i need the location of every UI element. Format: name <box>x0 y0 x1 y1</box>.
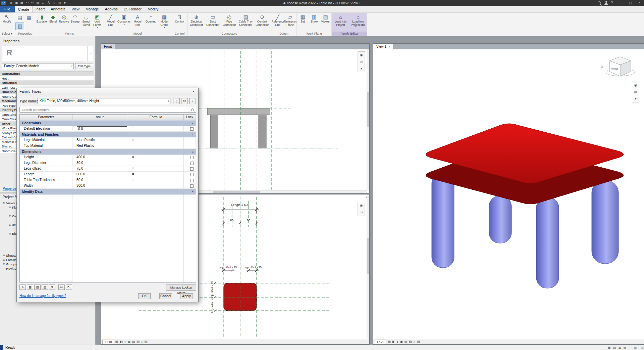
parameter-value[interactable]: 600.0 <box>76 172 128 177</box>
property-row[interactable]: Host <box>0 76 94 81</box>
viewer-button[interactable]: ▧ Viewer <box>320 14 331 24</box>
pan-icon[interactable]: ▭ <box>632 89 639 95</box>
parameter-value[interactable]: 500.0 <box>76 183 128 188</box>
reference-plane-button[interactable]: ▱ Reference Plane <box>284 14 297 27</box>
view-control-icon[interactable]: ◐ <box>396 340 398 344</box>
extrusion-button[interactable]: ▮ Extrusion <box>37 14 48 24</box>
cancel-button[interactable]: Cancel <box>159 293 172 299</box>
resize-grip[interactable]: ◢ <box>641 346 643 349</box>
maximize-button[interactable]: ▢ <box>626 0 635 6</box>
panel-label-datum[interactable]: Datum <box>271 32 297 36</box>
view-cube-front-face[interactable]: FRONT <box>611 68 618 70</box>
view-control-icon[interactable]: ◧ <box>120 340 123 344</box>
parameter-formula[interactable] <box>128 189 184 194</box>
delete-type-button[interactable]: × <box>189 98 196 104</box>
delete-parameter-button[interactable]: ▥ <box>42 285 48 290</box>
parameter-formula[interactable]: = <box>128 155 184 160</box>
lock-checkbox[interactable] <box>190 127 194 131</box>
apply-button[interactable]: Apply <box>180 293 193 299</box>
parameter-row[interactable]: Identity Data ▼ <box>20 189 196 194</box>
panel-label-connectors[interactable]: Connectors <box>187 32 271 36</box>
sort-descending-button[interactable]: Z↓ <box>66 285 72 290</box>
view-scale[interactable]: 1 : 10 <box>102 340 114 344</box>
view-control-icon[interactable]: ◉ <box>127 340 130 344</box>
steering-wheel-icon[interactable]: ◉ <box>358 202 365 209</box>
duplicate-parameter-button[interactable]: ▤ <box>34 285 41 290</box>
status-icon[interactable]: ▦ <box>607 346 610 349</box>
parameter-formula[interactable]: = <box>128 143 184 149</box>
view-control-icon[interactable]: ▭ <box>132 340 135 344</box>
opening-button[interactable]: ∩ Opening <box>144 14 158 24</box>
lock-checkbox[interactable] <box>190 179 194 182</box>
edit-parameter-button[interactable]: ✎ <box>19 285 26 290</box>
redo-icon[interactable]: ↷ <box>30 0 35 6</box>
parameter-row[interactable]: Constraints ▲ <box>20 120 196 126</box>
view-scale[interactable]: 1 : 20 <box>375 340 386 344</box>
print-icon[interactable]: ▤ <box>35 0 41 6</box>
view-control-icon[interactable]: ▨ <box>417 340 420 344</box>
pan-icon[interactable]: ▭ <box>358 58 365 65</box>
electrical-connector-button[interactable]: ⊕ Electrical Connector <box>188 14 205 27</box>
table-leg-elevation[interactable] <box>210 115 218 148</box>
reference-line-button[interactable]: ╱ Reference Line <box>272 14 284 27</box>
parameter-row[interactable]: Width 500.0 = <box>20 183 196 189</box>
view-control-icon[interactable]: ▧ <box>137 340 140 344</box>
customize-qat-icon[interactable]: ▾ <box>62 0 67 6</box>
new-parameter-button[interactable]: ▦ <box>27 285 33 290</box>
tree-expand-icon[interactable]: ⊟ <box>2 202 6 205</box>
tab-d5-render[interactable]: D5 Render <box>121 6 145 12</box>
parameter-formula[interactable]: = <box>128 183 184 189</box>
family-types-button[interactable]: ▥ <box>15 23 24 30</box>
tab-view[interactable]: View <box>68 6 83 12</box>
view-control-icon[interactable]: ▨ <box>144 340 147 344</box>
navbar-expand-icon[interactable]: ▾ <box>358 65 365 72</box>
tree-expand-icon[interactable]: ⊟ <box>8 223 12 226</box>
manage-lookup-tables-button[interactable]: Manage Lookup Tables <box>166 285 196 291</box>
model-text-button[interactable]: A Model Text <box>131 14 144 27</box>
tree-expand-icon[interactable]: ⊟ <box>8 215 12 218</box>
text-icon[interactable]: A <box>46 0 51 6</box>
view-cube[interactable]: ⌂ FRONT <box>601 57 635 76</box>
table-leg-elevation[interactable] <box>259 115 266 148</box>
model-line-button[interactable]: ╱ Model Line <box>104 14 117 27</box>
view-control-icon[interactable]: ▤ <box>115 340 118 344</box>
parameter-row[interactable]: Legs Diameter 80.0 = <box>20 160 196 166</box>
type-name-dropdown[interactable]: Kids Table, 600x500mm, 400mm Height ▾ <box>38 98 170 104</box>
vertical-scrollbar[interactable] <box>367 49 369 190</box>
lock-checkbox[interactable] <box>190 184 194 188</box>
status-icon[interactable]: ⊞ <box>618 346 621 349</box>
parameter-search-box[interactable] <box>19 107 196 113</box>
undo-icon[interactable]: ↶ <box>24 0 30 6</box>
view-control-icon[interactable]: ▧ <box>409 340 412 344</box>
user-account-icon[interactable] <box>604 1 608 5</box>
lock-checkbox[interactable] <box>190 167 194 171</box>
status-icon[interactable]: ▨ <box>634 346 637 349</box>
load-into-project-button[interactable]: ⌂ Load into Project <box>332 14 350 27</box>
default-3d-view-icon[interactable]: ⌂ <box>51 0 57 6</box>
search-input[interactable] <box>20 107 196 112</box>
sort-ascending-button[interactable]: A↓ <box>58 285 65 290</box>
section-chevron-icon[interactable]: ▲ <box>192 132 194 137</box>
home-icon[interactable]: ⌂ <box>601 64 603 68</box>
view-tab-view1[interactable]: View 1 × <box>373 44 393 49</box>
view-control-icon[interactable]: ⌂ <box>413 340 415 344</box>
blend-button[interactable]: ◆ Blend <box>48 14 59 24</box>
parameter-value[interactable]: 400.0 <box>76 155 128 160</box>
duct-connector-button[interactable]: ▭ Duct Connector <box>205 14 221 27</box>
view-control-icon[interactable]: ◧ <box>392 340 395 344</box>
3d-canvas[interactable]: ⌂ FRONT <box>373 49 644 339</box>
panel-label-select[interactable]: Select ▾ <box>0 32 14 36</box>
family-category-button[interactable]: ▦ <box>25 14 34 22</box>
vertical-scrollbar[interactable] <box>367 194 369 339</box>
panel-label-control[interactable]: Control <box>172 32 187 36</box>
search-icon[interactable] <box>597 1 601 5</box>
type-preview[interactable]: R ▾ <box>2 46 93 61</box>
parameter-formula[interactable]: = <box>128 137 184 143</box>
conduit-connector-button[interactable]: ⊙ Conduit Connector <box>254 14 270 27</box>
navbar-expand-icon[interactable]: ▾ <box>632 95 639 102</box>
properties-button[interactable]: ▤ <box>15 14 24 22</box>
tree-expand-icon[interactable]: ⊟ <box>8 232 12 235</box>
tab-insert[interactable]: Insert <box>33 6 48 12</box>
measure-icon[interactable]: ↔ <box>41 0 46 6</box>
dialog-close-button[interactable]: × <box>189 88 198 95</box>
